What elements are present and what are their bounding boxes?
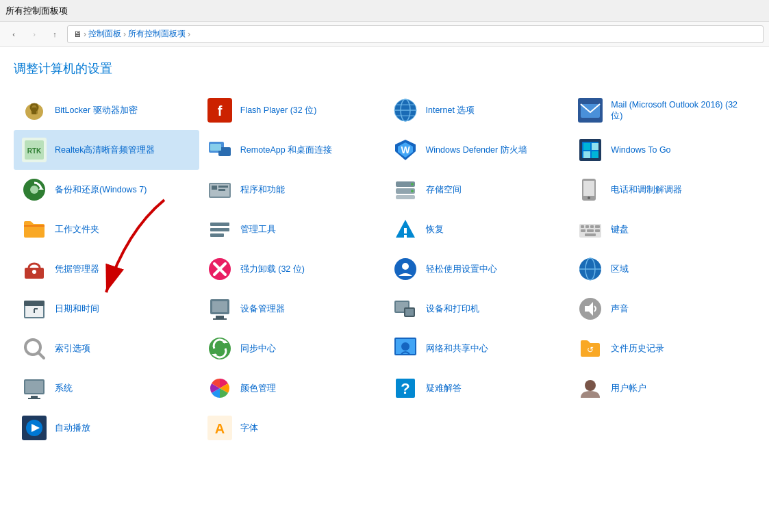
- system-icon: [21, 375, 48, 402]
- svg-line-86: [38, 353, 44, 358]
- svg-point-44: [588, 197, 590, 199]
- item-realtek[interactable]: RTKRealtek高清晰音频管理器: [14, 130, 199, 170]
- svg-point-66: [402, 263, 409, 270]
- mail-label: Mail (Microsoft Outlook 2016) (32 位): [611, 99, 748, 122]
- nav-back[interactable]: ‹: [5, 26, 22, 42]
- item-internet[interactable]: Internet 选项: [385, 90, 570, 130]
- programs-icon: [206, 176, 234, 203]
- sync-icon: [206, 335, 234, 362]
- uninstall-icon: [206, 255, 234, 283]
- phone-label: 电话和调制解调器: [611, 184, 682, 195]
- devices-label: 设备和打印机: [426, 303, 479, 314]
- item-keyboard[interactable]: 键盘: [570, 210, 755, 249]
- svg-rect-55: [581, 229, 585, 232]
- svg-rect-58: [585, 233, 596, 236]
- item-sound[interactable]: 声音: [570, 289, 755, 329]
- item-backup[interactable]: 备份和还原(Windows 7): [14, 170, 199, 210]
- color-label: 颜色管理: [240, 383, 276, 394]
- item-fonts[interactable]: A字体: [199, 408, 385, 448]
- svg-rect-52: [585, 225, 589, 228]
- nav-forward[interactable]: ›: [26, 26, 42, 42]
- autoplay-icon: [21, 414, 48, 442]
- item-defender[interactable]: WWindows Defender 防火墙: [385, 130, 570, 170]
- title-bar: 所有控制面板项: [0, 0, 769, 22]
- credential-icon: [21, 255, 48, 283]
- phone-icon: [577, 176, 604, 203]
- item-uninstall[interactable]: 强力卸载 (32 位): [199, 249, 385, 289]
- item-filehistory[interactable]: ↺文件历史记录: [570, 329, 755, 368]
- svg-text:A: A: [215, 421, 225, 436]
- indexing-label: 索引选项: [55, 343, 90, 354]
- item-flash[interactable]: fFlash Player (32 位): [199, 90, 385, 130]
- svg-point-41: [411, 190, 414, 192]
- item-storage[interactable]: 存储空间: [385, 170, 570, 210]
- address-bar: ‹ › ↑ 🖥 › 控制面板 › 所有控制面板项 ›: [0, 22, 769, 47]
- svg-rect-47: [210, 233, 224, 237]
- svg-text:↺: ↺: [587, 345, 594, 355]
- svg-rect-26: [592, 143, 598, 150]
- svg-point-101: [585, 380, 596, 391]
- svg-rect-56: [587, 229, 594, 232]
- internet-icon: [392, 97, 419, 124]
- fonts-icon: A: [206, 414, 234, 442]
- item-datetime[interactable]: 日期和时间: [14, 289, 199, 329]
- item-remote[interactable]: RemoteApp 和桌面连接: [199, 130, 385, 170]
- windowstogo-label: Windows To Go: [611, 144, 670, 155]
- sound-label: 声音: [611, 303, 629, 314]
- windowstogo-icon: [577, 136, 604, 164]
- item-troubleshoot[interactable]: ?疑难解答: [385, 368, 570, 408]
- svg-rect-48: [404, 228, 407, 233]
- region-label: 区域: [611, 264, 629, 275]
- item-ease[interactable]: 轻松使用设置中心: [385, 249, 570, 289]
- item-sync[interactable]: 同步中心: [199, 329, 385, 368]
- recovery-icon: [392, 216, 419, 243]
- item-tools[interactable]: 管理工具: [199, 210, 385, 249]
- devices-icon: [392, 295, 419, 322]
- item-indexing[interactable]: 索引选项: [14, 329, 199, 368]
- svg-rect-76: [212, 301, 227, 312]
- path-all-items[interactable]: 所有控制面板项: [128, 28, 186, 40]
- item-recovery[interactable]: 恢复: [385, 210, 570, 249]
- item-network[interactable]: 网络和共享中心: [385, 329, 570, 368]
- item-mail[interactable]: Mail (Microsoft Outlook 2016) (32 位): [570, 90, 755, 130]
- item-system[interactable]: 系统: [14, 368, 199, 408]
- svg-rect-34: [212, 186, 217, 190]
- svg-rect-96: [31, 396, 38, 398]
- svg-rect-45: [210, 223, 229, 226]
- nav-up[interactable]: ↑: [47, 26, 63, 42]
- svg-rect-53: [590, 225, 594, 228]
- remote-label: RemoteApp 和桌面连接: [240, 144, 332, 155]
- item-bitlocker[interactable]: BitLocker 驱动器加密: [14, 90, 199, 130]
- item-windowstogo[interactable]: Windows To Go: [570, 130, 755, 170]
- color-icon: [206, 375, 234, 402]
- credential-label: 凭据管理器: [55, 264, 99, 275]
- item-phone[interactable]: 电话和调制解调器: [570, 170, 755, 210]
- svg-rect-25: [583, 143, 590, 150]
- recovery-label: 恢复: [426, 224, 444, 235]
- datetime-label: 日期和时间: [55, 303, 99, 314]
- flash-icon: f: [206, 97, 234, 124]
- item-programs[interactable]: 程序和功能: [199, 170, 385, 210]
- item-useraccount[interactable]: 用户帐户: [570, 368, 755, 408]
- path-control-panel[interactable]: 控制面板: [88, 28, 121, 40]
- item-credential[interactable]: 凭据管理器: [14, 249, 199, 289]
- svg-point-87: [209, 338, 231, 359]
- remote-icon: [206, 136, 234, 164]
- item-devices[interactable]: 设备和打印机: [385, 289, 570, 329]
- svg-rect-95: [25, 381, 43, 393]
- workfolder-icon: [21, 216, 48, 243]
- svg-text:W: W: [401, 144, 410, 155]
- item-workfolder[interactable]: 工作文件夹: [14, 210, 199, 249]
- troubleshoot-label: 疑难解答: [426, 383, 462, 394]
- tools-label: 管理工具: [240, 224, 276, 235]
- item-region[interactable]: 区域: [570, 249, 755, 289]
- item-color[interactable]: 颜色管理: [199, 368, 385, 408]
- address-path: 🖥 › 控制面板 › 所有控制面板项 ›: [67, 25, 764, 43]
- item-autoplay[interactable]: 自动播放: [14, 408, 199, 448]
- svg-rect-78: [213, 318, 227, 320]
- svg-rect-19: [210, 144, 221, 151]
- keyboard-icon: [577, 216, 604, 243]
- svg-rect-77: [216, 316, 224, 318]
- backup-label: 备份和还原(Windows 7): [55, 184, 147, 195]
- item-device-mgr[interactable]: 设备管理器: [199, 289, 385, 329]
